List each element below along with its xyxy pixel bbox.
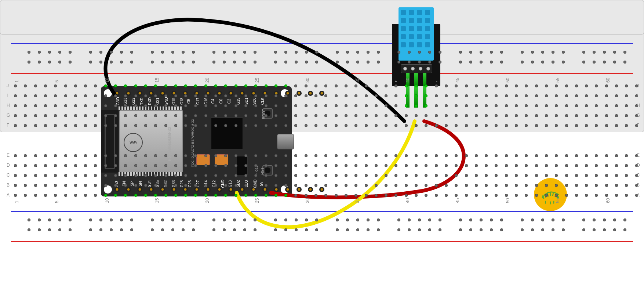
col-30: 30	[305, 198, 310, 203]
pin-rxd: RXD	[148, 97, 152, 105]
col-40: 40	[405, 198, 410, 203]
pin-g22: G22	[131, 98, 135, 105]
esp32-shield: WiFi	[119, 110, 183, 174]
col-30: 30	[305, 78, 310, 83]
pin-g34: G34	[148, 180, 152, 187]
pin-g2: G2	[227, 99, 231, 104]
pin-sd1: SD1	[244, 98, 248, 105]
col-1: 1	[14, 200, 19, 203]
pin-gnd: GND	[116, 97, 120, 105]
pin-g15: G15	[236, 98, 240, 105]
pin-g13: G13	[228, 180, 232, 187]
col-20: 20	[205, 78, 210, 83]
col-60: 60	[605, 78, 611, 83]
col-45: 45	[455, 78, 460, 83]
col-15: 15	[154, 198, 160, 203]
pin-g18: G18	[180, 98, 184, 105]
col-10: 10	[105, 78, 110, 83]
pin-g19: G19	[172, 98, 176, 105]
dht11-module: + -	[392, 24, 440, 86]
pin-g16: G16	[204, 98, 208, 105]
col-50: 50	[505, 198, 510, 203]
col-35: 35	[355, 78, 360, 83]
pin-g5: G5	[187, 99, 191, 104]
rst-label: RST	[261, 167, 265, 175]
esp32-serial: 205-000519	[168, 134, 172, 152]
esp32-pin-row-bottom	[113, 187, 326, 192]
col-55: 55	[555, 198, 560, 203]
pin-g23: G23	[123, 98, 127, 105]
col-25: 25	[255, 198, 260, 203]
breadboard-bot	[0, 0, 644, 35]
col-15: 15	[154, 78, 160, 83]
pin-sp: SP	[130, 181, 134, 186]
col-1: 1	[14, 80, 19, 83]
col-35: 35	[355, 198, 360, 203]
hedgehog-logo-icon	[534, 178, 567, 211]
pin-g25: G25	[180, 180, 184, 187]
wiring-diagram: /*holes rendered below via dom build*/ W…	[0, 0, 644, 282]
pin-g17: G17	[196, 98, 200, 105]
usb-micro-port	[277, 134, 294, 149]
pin-g4: G4	[211, 99, 215, 104]
dht-minus-label: -	[436, 79, 437, 83]
col-60: 60	[605, 198, 611, 203]
pin-g0: G0	[219, 99, 223, 104]
pin-5v: 5V	[259, 181, 263, 186]
col-50: 50	[505, 78, 510, 83]
col-5: 5	[54, 80, 59, 83]
pin-clk: CLK	[261, 98, 265, 105]
esp32-mcu-chip	[211, 118, 243, 149]
pin-txd: TXD	[140, 98, 144, 105]
pin-gnd: GND	[221, 180, 225, 188]
col-25: 25	[255, 78, 260, 83]
pin-sd0: SD0	[252, 98, 256, 105]
pin-g21: G21	[156, 98, 160, 105]
col-20: 20	[205, 198, 210, 203]
col-5: 5	[54, 200, 59, 203]
esp32-devkit: WiFi ESP-WROOM-32 205-000519 FCC ID:2AC7…	[101, 86, 292, 196]
dht-plus-label: +	[395, 79, 397, 83]
svg-point-0	[557, 196, 559, 198]
col-55: 55	[555, 78, 560, 83]
col-40: 40	[405, 78, 410, 83]
pin-sn: SN	[138, 181, 142, 187]
col-45: 45	[455, 198, 460, 203]
col-10: 10	[105, 198, 110, 203]
pin-g26: G26	[188, 180, 192, 187]
